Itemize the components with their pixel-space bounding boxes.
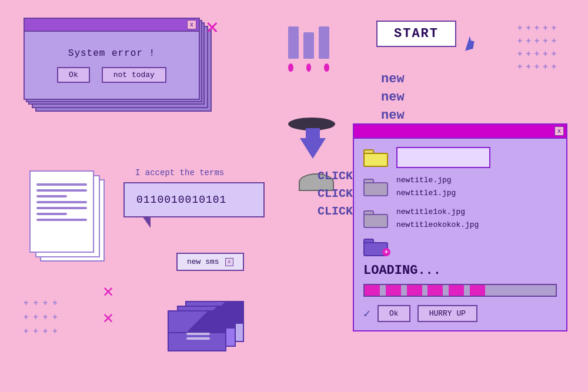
- exclaim-bar-1: [288, 26, 299, 59]
- plus-icon: +: [552, 36, 556, 46]
- file-item-2: newtitle1.jpg: [396, 187, 456, 200]
- sms-label: new sms: [187, 257, 219, 266]
- file-window-titlebar: x: [354, 125, 566, 139]
- plus-icon: +: [43, 327, 48, 336]
- accept-text: I accept the terms: [135, 168, 224, 177]
- not-today-button[interactable]: not today: [102, 67, 166, 83]
- folder-speech-bubble: [396, 147, 490, 168]
- plus-grid-bottomleft: + + + + + + + + + + + +: [24, 299, 58, 336]
- plus-icon: +: [552, 49, 556, 59]
- envelope-line-1: [186, 333, 210, 335]
- file-bottom-row: ✓ Ok HURRY UP: [363, 305, 557, 322]
- hurry-up-button[interactable]: HURRY UP: [417, 305, 477, 322]
- exclaim-bar-3: [319, 26, 329, 59]
- window-body: System error ! Ok not today: [25, 32, 199, 99]
- plus-icon: +: [526, 36, 530, 46]
- progress-seg: [380, 285, 386, 296]
- doc-lines: [31, 172, 93, 227]
- new-text: newnewnew: [381, 71, 405, 125]
- exclaim-dot-1: [288, 63, 293, 72]
- plus-icon: +: [543, 62, 547, 72]
- plus-icon: +: [543, 49, 547, 59]
- folder-icon-2: [363, 177, 388, 196]
- plus-icon: +: [24, 327, 28, 336]
- envelope-area: [168, 301, 250, 354]
- doc-line: [36, 189, 87, 192]
- file-close-button[interactable]: x: [554, 126, 564, 136]
- folder-plus-badge: +: [382, 248, 390, 256]
- plus-icon: +: [526, 62, 530, 72]
- plus-icon: +: [52, 313, 57, 322]
- exclaim-bar-2: [303, 32, 314, 59]
- start-button[interactable]: START: [376, 21, 456, 47]
- envelope-lines: [186, 333, 210, 340]
- doc-line: [36, 183, 87, 186]
- plus-icon: +: [534, 36, 539, 46]
- plus-icon: +: [517, 49, 522, 59]
- exclaim-dot-3: [324, 63, 329, 72]
- doc-line: [36, 207, 87, 209]
- sms-bubble: new sms x: [176, 253, 244, 271]
- file-ok-button[interactable]: Ok: [377, 305, 410, 322]
- plus-icon: +: [24, 313, 28, 322]
- loading-label: LOADING...: [363, 263, 557, 278]
- file-window-body: newtitle.jpg newtitle1.jpg newtitle1ok.j…: [354, 139, 566, 330]
- plus-icon: +: [543, 24, 547, 33]
- file-item-3: newtitle1ok.jpg: [396, 206, 479, 219]
- plus-icon: +: [526, 49, 530, 59]
- file-list-2: newtitle1ok.jpg newtitleokokok.jpg: [396, 206, 479, 232]
- folder-row-2: newtitle.jpg newtitle1.jpg: [363, 174, 557, 200]
- folder-row-1: [363, 147, 557, 168]
- envelope-line-2: [186, 337, 210, 340]
- click-text: CLICKCLICKCLICK: [318, 167, 353, 220]
- progress-seg: [443, 285, 449, 296]
- progress-seg: [386, 285, 401, 296]
- window-titlebar: x: [25, 19, 199, 32]
- plus-icon: +: [52, 299, 57, 308]
- exclaim-dots: [288, 63, 329, 72]
- folder-rows: newtitle.jpg newtitle1.jpg newtitle1ok.j…: [363, 147, 557, 256]
- progress-seg: [427, 285, 443, 296]
- progress-seg: [464, 285, 470, 296]
- file-item-1: newtitle.jpg: [396, 174, 456, 187]
- arrow-down-icon: [300, 138, 326, 159]
- doc-line: [36, 219, 87, 221]
- plus-icon: +: [552, 24, 556, 33]
- error-window: x System error ! Ok not today: [24, 18, 200, 100]
- x-mark-icon-1: ✕: [103, 283, 113, 301]
- error-windows-group: x System error ! Ok not today: [24, 18, 200, 100]
- plus-grid-topright: + + + + + + + + + + + + + + + + + + + +: [517, 24, 556, 72]
- window-close-button[interactable]: x: [187, 20, 196, 29]
- accept-area: I accept the terms: [135, 167, 224, 178]
- cursor-shape: [462, 36, 473, 51]
- exclaim-dot-2: [306, 63, 312, 72]
- progress-seg: [449, 285, 464, 296]
- window-buttons: Ok not today: [57, 67, 166, 83]
- plus-icon: +: [534, 62, 539, 72]
- plus-icon: +: [517, 36, 522, 46]
- plus-icon: +: [24, 299, 28, 308]
- progress-seg: [365, 285, 380, 296]
- file-manager-window: x newtitle.jpg newtitle1.jpg: [353, 123, 567, 331]
- plus-icon: +: [543, 36, 547, 46]
- doc-line: [36, 213, 67, 215]
- folder-icon-4-plus: +: [363, 237, 388, 256]
- plus-icon: +: [517, 24, 522, 33]
- sms-close-button[interactable]: x: [225, 258, 233, 266]
- plus-icon: +: [534, 49, 539, 59]
- folder-row-3: newtitle1ok.jpg newtitleokokok.jpg: [363, 206, 557, 232]
- doc-line: [36, 195, 67, 197]
- document-front: [29, 170, 94, 253]
- folder-icon-1: [363, 148, 388, 167]
- plus-icon: +: [33, 299, 38, 308]
- x-marks-area: ✕ ✕: [103, 283, 113, 327]
- plus-icon: +: [43, 313, 48, 322]
- file-list-1: newtitle.jpg newtitle1.jpg: [396, 174, 456, 200]
- checkmark-icon: ✓: [363, 306, 370, 321]
- plus-icon: +: [517, 62, 522, 72]
- progress-empty-end: [485, 285, 552, 296]
- folder-icon-3: [363, 209, 388, 228]
- progress-bar: [363, 284, 557, 297]
- ok-button[interactable]: Ok: [57, 67, 90, 83]
- doc-line: [36, 201, 87, 203]
